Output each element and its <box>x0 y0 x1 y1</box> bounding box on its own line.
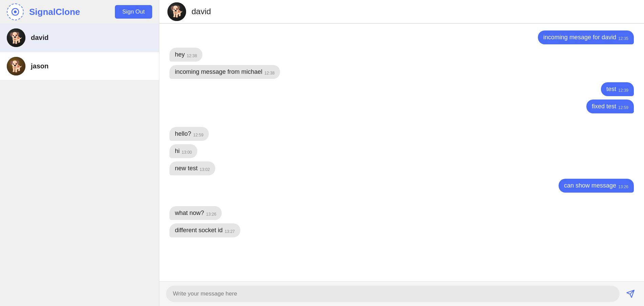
message-time: 12:59 <box>618 105 628 110</box>
app-title: SignalClone <box>29 7 109 17</box>
avatar-jason <box>7 57 25 75</box>
message-row: hello?12:59 <box>169 127 634 141</box>
message-text: hello? <box>175 130 191 137</box>
message-text: incoming message from michael <box>175 68 262 75</box>
message-text: fixed test <box>592 103 616 110</box>
chat-avatar <box>167 2 186 21</box>
message-time: 13:26 <box>618 184 628 189</box>
message-time: 13:02 <box>200 167 210 172</box>
message-time: 12:38 <box>187 53 197 58</box>
message-text: hey <box>175 51 185 58</box>
message-text: hi <box>175 148 180 155</box>
message-time: 12:38 <box>264 71 275 75</box>
contact-list: david jason <box>0 24 159 306</box>
message-bubble: what now?13:26 <box>169 206 222 220</box>
message-time: 13:26 <box>206 212 216 217</box>
contact-name-jason: jason <box>31 62 48 70</box>
message-text: new test <box>175 165 198 172</box>
message-row: what now?13:26 <box>169 206 634 220</box>
message-time: 13:00 <box>182 150 192 155</box>
message-bubble: new test13:02 <box>169 161 215 175</box>
send-button[interactable] <box>624 287 637 301</box>
message-row: different socket id13:27 <box>169 223 634 237</box>
message-bubble: can show message13:26 <box>559 179 634 193</box>
app-logo <box>7 3 24 20</box>
message-text: can show message <box>564 182 616 189</box>
avatar-dog-icon <box>7 28 25 47</box>
message-text: different socket id <box>175 227 223 234</box>
chat-avatar-icon <box>167 2 186 21</box>
message-row: fixed test12:59 <box>169 100 634 113</box>
message-row: incoming mesage for david12:35 <box>169 30 634 44</box>
message-bubble: incoming mesage for david12:35 <box>538 30 634 44</box>
avatar-david <box>7 28 25 47</box>
message-bubble: fixed test12:59 <box>586 100 634 113</box>
message-bubble: test12:39 <box>601 82 634 96</box>
send-icon <box>626 289 635 298</box>
message-row: hi13:00 <box>169 144 634 158</box>
message-time: 12:35 <box>618 36 628 41</box>
message-time: 13:27 <box>225 229 235 234</box>
contact-item-jason[interactable]: jason <box>0 52 159 81</box>
chat-contact-name: david <box>192 7 211 16</box>
sidebar-header: SignalClone Sign Out <box>0 0 159 24</box>
message-bubble: hey12:38 <box>169 48 202 62</box>
message-gap <box>169 196 634 203</box>
contact-item-david[interactable]: david <box>0 24 159 52</box>
chat-header: david <box>159 0 644 24</box>
message-row: new test13:02 <box>169 161 634 175</box>
message-time: 12:59 <box>193 133 203 137</box>
avatar-dog-brown-icon <box>7 57 25 75</box>
message-row: incoming message from michael12:38 <box>169 65 634 79</box>
message-input[interactable] <box>166 286 620 302</box>
sidebar: SignalClone Sign Out david jason <box>0 0 159 306</box>
chat-area: david incoming mesage for david12:35hey1… <box>159 0 644 306</box>
contact-name-david: david <box>31 34 48 42</box>
logo-icon <box>11 7 20 17</box>
message-row: can show message13:26 <box>169 179 634 193</box>
message-text: what now? <box>175 210 204 217</box>
message-bubble: different socket id13:27 <box>169 223 240 237</box>
message-time: 12:39 <box>618 88 628 93</box>
svg-point-1 <box>14 10 17 13</box>
signout-button[interactable]: Sign Out <box>115 5 152 19</box>
messages-container: incoming mesage for david12:35hey12:38in… <box>159 24 644 281</box>
message-bubble: hi13:00 <box>169 144 197 158</box>
input-area <box>159 281 644 306</box>
message-row: test12:39 <box>169 82 634 96</box>
message-bubble: hello?12:59 <box>169 127 209 141</box>
message-row: hey12:38 <box>169 48 634 62</box>
message-text: incoming mesage for david <box>543 34 616 41</box>
message-bubble: incoming message from michael12:38 <box>169 65 280 79</box>
message-text: test <box>606 86 616 93</box>
message-gap <box>169 117 634 124</box>
